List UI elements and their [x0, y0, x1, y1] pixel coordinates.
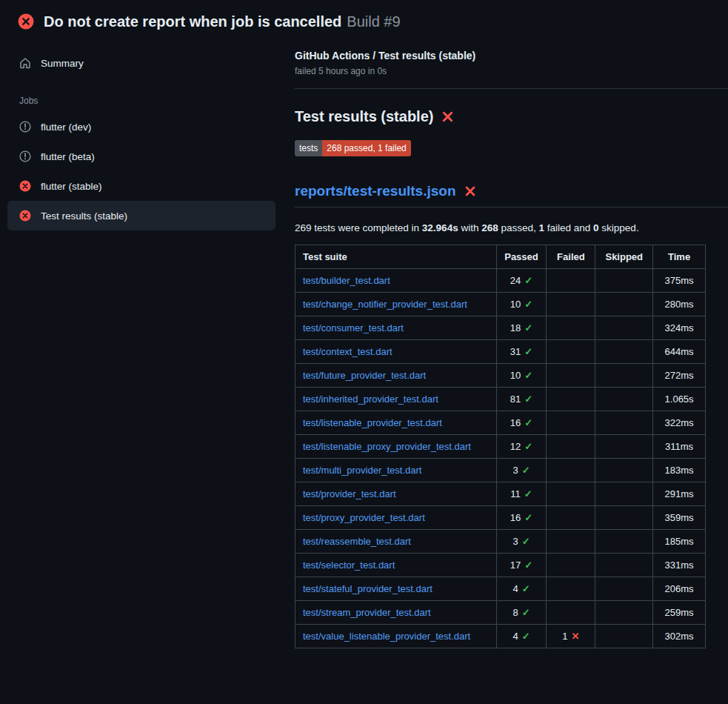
time-cell: 644ms — [653, 340, 706, 364]
test-suite-link[interactable]: test/builder_test.dart — [303, 275, 390, 286]
test-suite-cell: test/consumer_test.dart — [295, 316, 497, 340]
failed-cell — [547, 293, 595, 316]
check-icon: ✓ — [524, 346, 532, 357]
test-suite-link[interactable]: test/listenable_proxy_provider_test.dart — [303, 441, 471, 452]
sidebar-job-item[interactable]: flutter (stable) — [7, 171, 275, 201]
test-suite-link[interactable]: test/stream_provider_test.dart — [303, 607, 431, 618]
passed-count: 81 — [510, 393, 521, 405]
check-icon: ✓ — [524, 370, 532, 381]
test-suite-link[interactable]: test/consumer_test.dart — [303, 322, 404, 333]
passed-cell: 16✓ — [496, 506, 547, 530]
failed-x-icon — [441, 110, 454, 123]
passed-cell: 10✓ — [496, 364, 547, 388]
check-icon: ✓ — [522, 607, 530, 618]
report-title: reports/test-results.json — [295, 183, 728, 207]
skipped-cell — [595, 601, 653, 625]
run-title-text: Do not create report when job is cancell… — [44, 13, 341, 30]
table-row: test/multi_provider_test.dart3✓183ms — [295, 459, 706, 482]
report-link[interactable]: reports/test-results.json — [295, 183, 456, 199]
passed-cell: 31✓ — [496, 340, 547, 364]
table-row: test/consumer_test.dart18✓324ms — [295, 316, 706, 340]
table-header-row: Test suitePassedFailedSkippedTime — [295, 245, 706, 269]
failed-cell — [547, 459, 595, 482]
passed-cell: 16✓ — [496, 411, 547, 435]
sidebar: Summary Jobs flutter (dev)flutter (beta)… — [0, 39, 295, 230]
run-header: Do not create report when job is cancell… — [0, 0, 728, 39]
test-suite-link[interactable]: test/multi_provider_test.dart — [303, 465, 421, 476]
run-title: Do not create report when job is cancell… — [44, 13, 401, 30]
table-header-test-suite: Test suite — [295, 245, 497, 269]
check-run-title-text: Test results (stable) — [295, 108, 433, 125]
skipped-cell — [595, 435, 653, 459]
test-suite-cell: test/multi_provider_test.dart — [295, 459, 497, 482]
table-row: test/listenable_proxy_provider_test.dart… — [295, 435, 706, 459]
sidebar-summary-label: Summary — [41, 58, 84, 69]
report-failed-x-icon — [464, 185, 476, 197]
table-row: test/stream_provider_test.dart8✓259ms — [295, 601, 706, 625]
x-circle-fill-icon — [19, 210, 31, 222]
sidebar-job-item[interactable]: Test results (stable) — [7, 201, 275, 230]
test-suite-link[interactable]: test/stateful_provider_test.dart — [303, 583, 433, 594]
tests-badge-label: tests — [295, 140, 322, 156]
run-build-number: Build #9 — [347, 13, 400, 30]
table-row: test/proxy_provider_test.dart16✓359ms — [295, 506, 706, 530]
passed-count: 4 — [512, 583, 518, 594]
test-suite-link[interactable]: test/listenable_provider_test.dart — [303, 417, 442, 428]
passed-count: 12 — [510, 441, 521, 452]
test-suite-link[interactable]: test/change_notifier_provider_test.dart — [303, 299, 467, 310]
failed-cell — [547, 269, 595, 293]
test-suite-cell: test/future_provider_test.dart — [295, 364, 497, 388]
time-cell: 291ms — [653, 482, 706, 506]
workflow-run-page: Do not create report when job is cancell… — [0, 0, 728, 648]
main-content: GitHub Actions / Test results (stable) f… — [295, 39, 728, 648]
summary-segment: 268 — [481, 222, 498, 233]
job-label: flutter (stable) — [41, 181, 102, 192]
time-cell: 185ms — [653, 530, 706, 554]
test-suite-cell: test/provider_test.dart — [295, 482, 497, 506]
sidebar-item-summary[interactable]: Summary — [7, 48, 275, 78]
passed-cell: 11✓ — [496, 482, 547, 506]
table-row: test/value_listenable_provider_test.dart… — [295, 625, 706, 648]
check-icon: ✓ — [524, 512, 532, 523]
test-suite-link[interactable]: test/provider_test.dart — [303, 488, 396, 499]
test-suite-link[interactable]: test/context_test.dart — [303, 346, 393, 357]
check-icon: ✓ — [522, 465, 530, 476]
x-circle-fill-icon — [18, 13, 34, 30]
x-circle-fill-icon — [19, 180, 31, 192]
test-suite-link[interactable]: test/value_listenable_provider_test.dart — [303, 631, 470, 642]
test-suite-link[interactable]: test/future_provider_test.dart — [303, 370, 426, 381]
passed-count: 16 — [510, 512, 521, 523]
skipped-cell — [595, 388, 653, 411]
passed-cell: 4✓ — [496, 625, 547, 648]
time-cell: 359ms — [653, 506, 706, 530]
test-suite-link[interactable]: test/inherited_provider_test.dart — [303, 393, 438, 405]
alert-circle-icon — [19, 150, 31, 162]
passed-count: 10 — [510, 370, 521, 381]
test-suite-link[interactable]: test/selector_test.dart — [303, 559, 395, 571]
test-suite-link[interactable]: test/reassemble_test.dart — [303, 536, 411, 547]
table-row: test/future_provider_test.dart10✓272ms — [295, 364, 706, 388]
test-suite-cell: test/listenable_proxy_provider_test.dart — [295, 435, 497, 459]
jobs-list: flutter (dev)flutter (beta)flutter (stab… — [7, 112, 275, 230]
test-suite-cell: test/stateful_provider_test.dart — [295, 577, 497, 601]
test-suite-link[interactable]: test/proxy_provider_test.dart — [303, 512, 425, 523]
time-cell: 375ms — [653, 269, 706, 293]
failed-cell — [547, 388, 595, 411]
test-suite-cell: test/builder_test.dart — [295, 269, 497, 293]
passed-count: 18 — [510, 322, 521, 333]
time-cell: 331ms — [653, 554, 706, 577]
time-cell: 311ms — [653, 435, 706, 459]
sidebar-job-item[interactable]: flutter (beta) — [7, 142, 275, 171]
tests-badge-value: 268 passed, 1 failed — [322, 140, 410, 156]
passed-count: 24 — [510, 275, 521, 286]
job-label: Test results (stable) — [41, 210, 127, 222]
test-suite-cell: test/change_notifier_provider_test.dart — [295, 293, 497, 316]
passed-count: 11 — [510, 488, 521, 499]
test-results-table: Test suitePassedFailedSkippedTime test/b… — [295, 245, 706, 648]
table-row: test/builder_test.dart24✓375ms — [295, 269, 706, 293]
summary-segment: passed, — [498, 222, 539, 233]
divider — [295, 88, 728, 89]
skipped-cell — [595, 269, 653, 293]
passed-cell: 12✓ — [496, 435, 547, 459]
sidebar-job-item[interactable]: flutter (dev) — [7, 112, 275, 142]
